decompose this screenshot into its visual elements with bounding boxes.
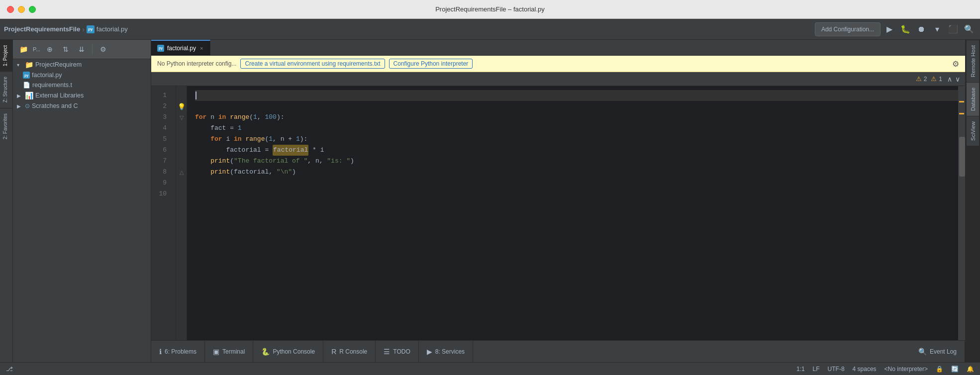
create-venv-link[interactable]: Create a virtual environment using requi… <box>240 59 385 69</box>
libraries-folder-icon: 📊 <box>25 92 33 99</box>
run-button[interactable]: ▶ <box>882 22 896 36</box>
builtin-range-2: range <box>245 134 265 145</box>
editor-tab-factorial[interactable]: py factorial.py × <box>151 40 210 55</box>
breadcrumb: ProjectRequirementsFile › py factorial.p… <box>4 25 128 33</box>
warning-count-2[interactable]: ⚠ 1 <box>931 75 942 83</box>
window-title: ProjectRequirementsFile – factorial.py <box>435 5 545 13</box>
tab-database[interactable]: Database <box>967 82 979 116</box>
indent-label: 4 spaces <box>853 366 877 373</box>
line-num-2: 2 <box>151 101 171 112</box>
code-editor[interactable]: 1 2 3 4 5 6 7 8 9 10 ▽ 💡 <box>151 86 965 340</box>
sync-icon-item[interactable]: 🔄 <box>951 366 959 373</box>
bulb-icon-line2[interactable]: 💡 <box>178 101 185 112</box>
tab-remote-host[interactable]: Remote Host <box>967 40 979 82</box>
tab-python-console-label: Python Console <box>273 348 315 355</box>
code-line-4: fact = 1 <box>195 123 958 134</box>
tab-python-console[interactable]: 🐍 Python Console <box>253 341 323 362</box>
project-tree-view-button[interactable]: 📁 <box>17 43 30 56</box>
breadcrumb-separator: › <box>82 25 85 33</box>
tab-problems[interactable]: ℹ 6: Problems <box>151 341 205 362</box>
fold-icon-line3[interactable]: ▽ <box>178 112 185 123</box>
warning-icon-1: ⚠ <box>916 75 922 83</box>
collapse-all-button[interactable]: ⇊ <box>75 43 88 56</box>
configure-interpreter-link[interactable]: Configure Python interpreter <box>389 59 473 69</box>
stop-button[interactable]: ⬛ <box>946 22 960 36</box>
minimize-button[interactable] <box>18 6 25 13</box>
scroll-from-source-button[interactable]: ⇅ <box>59 43 72 56</box>
expand-libraries-arrow: ▶ <box>17 93 23 98</box>
code-8c: ) <box>292 167 296 178</box>
debug-button[interactable]: 🐛 <box>898 22 912 36</box>
code-text-3c: ( <box>249 112 253 123</box>
indent-setting[interactable]: 4 spaces <box>853 366 877 373</box>
coverage-button[interactable]: ⏺ <box>914 22 928 36</box>
right-scrollbar[interactable] <box>958 86 965 340</box>
code-7d: ) <box>350 156 354 167</box>
breadcrumb-file[interactable]: py factorial.py <box>87 25 128 33</box>
project-settings-button[interactable]: ⚙ <box>97 43 109 56</box>
tab-r-console[interactable]: R R Console <box>323 341 376 362</box>
project-panel: 📁 P... ⊕ ⇅ ⇊ ⚙ ▾ 📁 ProjectRequirem py <box>13 40 151 362</box>
tab-todo[interactable]: ☰ TODO <box>376 341 418 362</box>
tab-event-log[interactable]: 🔍 Event Log <box>910 341 965 362</box>
code-5c <box>242 134 246 145</box>
tree-item-root[interactable]: ▾ 📁 ProjectRequirem <box>13 59 151 70</box>
code-8b: (factorial, <box>230 167 277 178</box>
close-button[interactable] <box>7 6 14 13</box>
tree-item-requirements[interactable]: 📄 requirements.t <box>13 80 151 90</box>
git-icon-item[interactable]: ⎇ <box>6 366 13 373</box>
dropdown-arrow[interactable]: ▾ <box>930 22 944 36</box>
add-configuration-button[interactable]: Add Configuration... <box>815 22 881 36</box>
tab-terminal[interactable]: ▣ Terminal <box>205 341 253 362</box>
code-line-7: print ( "The factorial of " , n, "is: " … <box>195 156 958 167</box>
warning-num-1: 2 <box>924 76 927 83</box>
traffic-lights <box>7 6 36 13</box>
tab-services[interactable]: ▶ 8: Services <box>419 341 473 362</box>
line-num-1: 1 <box>151 90 171 101</box>
search-everywhere-button[interactable]: 🔍 <box>962 22 976 36</box>
line-num-9: 9 <box>151 178 171 188</box>
next-error-button[interactable]: ∨ <box>954 74 961 84</box>
tab-favorites[interactable]: 2: Favorites <box>0 108 12 144</box>
interpreter-label: <No interpreter> <box>884 366 928 373</box>
code-content[interactable]: for n in range ( 1 , 100 ): fact = <box>187 86 958 340</box>
breadcrumb-project[interactable]: ProjectRequirementsFile <box>4 25 80 33</box>
code-text-3e: ): <box>277 112 285 123</box>
tab-close-button[interactable]: × <box>199 45 204 52</box>
tab-project[interactable]: 1: Project <box>0 40 12 71</box>
prev-error-button[interactable]: ∧ <box>946 74 953 84</box>
notification-gear-icon[interactable]: ⚙ <box>952 59 959 69</box>
code-line-9 <box>195 178 958 188</box>
tab-sciview[interactable]: SciView <box>967 116 979 146</box>
lock-icon-item[interactable]: 🔒 <box>936 366 943 373</box>
tab-structure[interactable]: Z: Structure <box>0 71 12 107</box>
code-6b: * i <box>308 145 324 156</box>
num-4-1: 1 <box>238 123 242 134</box>
line-num-4: 4 <box>151 123 171 134</box>
add-button[interactable]: ⊕ <box>43 43 56 56</box>
notification-bar: No Python interpreter config... Create a… <box>151 56 965 72</box>
interpreter-setting[interactable]: <No interpreter> <box>884 366 928 373</box>
project-panel-header: 📁 P... ⊕ ⇅ ⇊ ⚙ <box>13 40 151 59</box>
line-ending[interactable]: LF <box>813 366 820 373</box>
cursor-position[interactable]: 1:1 <box>796 366 805 373</box>
code-7c: , n, <box>307 156 327 167</box>
tree-item-scratches[interactable]: ▶ ⊙ Scratches and C <box>13 101 151 111</box>
scrollbar-thumb[interactable] <box>959 137 965 177</box>
notification-icon-item[interactable]: 🔔 <box>967 366 974 373</box>
builtin-print-1: print <box>210 156 230 167</box>
indent-7a <box>195 156 210 167</box>
python-console-icon: 🐍 <box>261 348 270 356</box>
maximize-button[interactable] <box>29 6 36 13</box>
fold-icon-line8[interactable]: △ <box>178 167 185 178</box>
tree-item-external-libraries[interactable]: ▶ 📊 External Libraries <box>13 90 151 101</box>
tree-item-factorial[interactable]: py factorial.py <box>13 70 151 80</box>
warning-count-1[interactable]: ⚠ 2 <box>916 75 927 83</box>
indent-4: fact = <box>195 123 238 134</box>
num-5-2: 1 <box>296 134 300 145</box>
num-100: 100 <box>265 112 276 123</box>
tab-problems-label: 6: Problems <box>165 348 196 355</box>
encoding[interactable]: UTF-8 <box>828 366 845 373</box>
r-console-icon: R <box>331 348 336 356</box>
tab-terminal-label: Terminal <box>222 348 245 355</box>
